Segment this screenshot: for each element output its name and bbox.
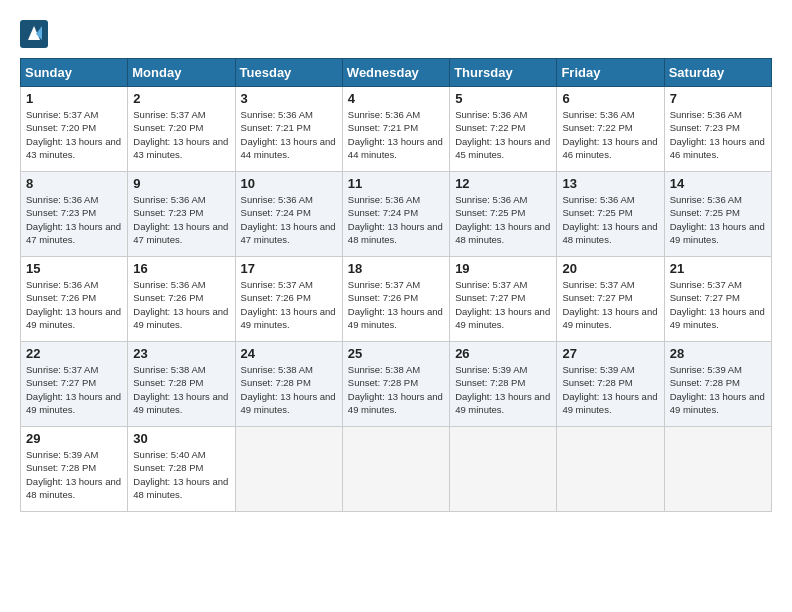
day-info: Sunrise: 5:36 AMSunset: 7:24 PMDaylight:… xyxy=(241,194,336,245)
calendar-cell: 26 Sunrise: 5:39 AMSunset: 7:28 PMDaylig… xyxy=(450,342,557,427)
day-info: Sunrise: 5:37 AMSunset: 7:27 PMDaylight:… xyxy=(562,279,657,330)
calendar-cell: 10 Sunrise: 5:36 AMSunset: 7:24 PMDaylig… xyxy=(235,172,342,257)
calendar-cell: 28 Sunrise: 5:39 AMSunset: 7:28 PMDaylig… xyxy=(664,342,771,427)
calendar-cell: 9 Sunrise: 5:36 AMSunset: 7:23 PMDayligh… xyxy=(128,172,235,257)
weekday-header-wednesday: Wednesday xyxy=(342,59,449,87)
day-info: Sunrise: 5:36 AMSunset: 7:24 PMDaylight:… xyxy=(348,194,443,245)
weekday-header-friday: Friday xyxy=(557,59,664,87)
day-info: Sunrise: 5:36 AMSunset: 7:25 PMDaylight:… xyxy=(562,194,657,245)
calendar-cell: 19 Sunrise: 5:37 AMSunset: 7:27 PMDaylig… xyxy=(450,257,557,342)
day-number: 20 xyxy=(562,261,658,276)
calendar-cell: 15 Sunrise: 5:36 AMSunset: 7:26 PMDaylig… xyxy=(21,257,128,342)
day-number: 3 xyxy=(241,91,337,106)
day-number: 12 xyxy=(455,176,551,191)
day-number: 24 xyxy=(241,346,337,361)
logo-icon xyxy=(20,20,48,48)
day-info: Sunrise: 5:39 AMSunset: 7:28 PMDaylight:… xyxy=(562,364,657,415)
day-number: 18 xyxy=(348,261,444,276)
calendar-cell: 11 Sunrise: 5:36 AMSunset: 7:24 PMDaylig… xyxy=(342,172,449,257)
calendar-week-row: 8 Sunrise: 5:36 AMSunset: 7:23 PMDayligh… xyxy=(21,172,772,257)
day-number: 28 xyxy=(670,346,766,361)
day-info: Sunrise: 5:36 AMSunset: 7:23 PMDaylight:… xyxy=(670,109,765,160)
weekday-header-monday: Monday xyxy=(128,59,235,87)
day-number: 26 xyxy=(455,346,551,361)
day-info: Sunrise: 5:36 AMSunset: 7:22 PMDaylight:… xyxy=(562,109,657,160)
calendar-week-row: 29 Sunrise: 5:39 AMSunset: 7:28 PMDaylig… xyxy=(21,427,772,512)
calendar-cell: 16 Sunrise: 5:36 AMSunset: 7:26 PMDaylig… xyxy=(128,257,235,342)
calendar-table: SundayMondayTuesdayWednesdayThursdayFrid… xyxy=(20,58,772,512)
day-number: 10 xyxy=(241,176,337,191)
calendar-cell: 18 Sunrise: 5:37 AMSunset: 7:26 PMDaylig… xyxy=(342,257,449,342)
day-number: 30 xyxy=(133,431,229,446)
weekday-header-sunday: Sunday xyxy=(21,59,128,87)
calendar-cell: 7 Sunrise: 5:36 AMSunset: 7:23 PMDayligh… xyxy=(664,87,771,172)
day-number: 2 xyxy=(133,91,229,106)
day-info: Sunrise: 5:36 AMSunset: 7:23 PMDaylight:… xyxy=(26,194,121,245)
day-info: Sunrise: 5:40 AMSunset: 7:28 PMDaylight:… xyxy=(133,449,228,500)
calendar-cell: 20 Sunrise: 5:37 AMSunset: 7:27 PMDaylig… xyxy=(557,257,664,342)
day-info: Sunrise: 5:38 AMSunset: 7:28 PMDaylight:… xyxy=(241,364,336,415)
calendar-cell: 1 Sunrise: 5:37 AMSunset: 7:20 PMDayligh… xyxy=(21,87,128,172)
day-info: Sunrise: 5:39 AMSunset: 7:28 PMDaylight:… xyxy=(670,364,765,415)
day-number: 21 xyxy=(670,261,766,276)
calendar-cell: 21 Sunrise: 5:37 AMSunset: 7:27 PMDaylig… xyxy=(664,257,771,342)
day-info: Sunrise: 5:37 AMSunset: 7:27 PMDaylight:… xyxy=(455,279,550,330)
day-number: 14 xyxy=(670,176,766,191)
day-info: Sunrise: 5:36 AMSunset: 7:22 PMDaylight:… xyxy=(455,109,550,160)
weekday-header-thursday: Thursday xyxy=(450,59,557,87)
logo xyxy=(20,20,52,48)
day-info: Sunrise: 5:37 AMSunset: 7:20 PMDaylight:… xyxy=(133,109,228,160)
day-info: Sunrise: 5:36 AMSunset: 7:21 PMDaylight:… xyxy=(348,109,443,160)
calendar-cell: 29 Sunrise: 5:39 AMSunset: 7:28 PMDaylig… xyxy=(21,427,128,512)
day-number: 4 xyxy=(348,91,444,106)
calendar-cell: 12 Sunrise: 5:36 AMSunset: 7:25 PMDaylig… xyxy=(450,172,557,257)
calendar-cell xyxy=(450,427,557,512)
day-info: Sunrise: 5:36 AMSunset: 7:26 PMDaylight:… xyxy=(26,279,121,330)
calendar-cell xyxy=(235,427,342,512)
weekday-header-tuesday: Tuesday xyxy=(235,59,342,87)
calendar-cell: 6 Sunrise: 5:36 AMSunset: 7:22 PMDayligh… xyxy=(557,87,664,172)
page-header xyxy=(20,20,772,48)
calendar-cell xyxy=(342,427,449,512)
day-number: 11 xyxy=(348,176,444,191)
day-number: 27 xyxy=(562,346,658,361)
calendar-cell: 27 Sunrise: 5:39 AMSunset: 7:28 PMDaylig… xyxy=(557,342,664,427)
calendar-cell: 23 Sunrise: 5:38 AMSunset: 7:28 PMDaylig… xyxy=(128,342,235,427)
day-info: Sunrise: 5:38 AMSunset: 7:28 PMDaylight:… xyxy=(133,364,228,415)
day-info: Sunrise: 5:36 AMSunset: 7:25 PMDaylight:… xyxy=(670,194,765,245)
calendar-cell xyxy=(664,427,771,512)
calendar-cell: 2 Sunrise: 5:37 AMSunset: 7:20 PMDayligh… xyxy=(128,87,235,172)
day-info: Sunrise: 5:36 AMSunset: 7:23 PMDaylight:… xyxy=(133,194,228,245)
day-info: Sunrise: 5:36 AMSunset: 7:25 PMDaylight:… xyxy=(455,194,550,245)
day-info: Sunrise: 5:37 AMSunset: 7:26 PMDaylight:… xyxy=(241,279,336,330)
calendar-cell: 25 Sunrise: 5:38 AMSunset: 7:28 PMDaylig… xyxy=(342,342,449,427)
day-number: 1 xyxy=(26,91,122,106)
day-info: Sunrise: 5:37 AMSunset: 7:26 PMDaylight:… xyxy=(348,279,443,330)
day-info: Sunrise: 5:39 AMSunset: 7:28 PMDaylight:… xyxy=(455,364,550,415)
calendar-cell: 14 Sunrise: 5:36 AMSunset: 7:25 PMDaylig… xyxy=(664,172,771,257)
day-number: 25 xyxy=(348,346,444,361)
calendar-week-row: 1 Sunrise: 5:37 AMSunset: 7:20 PMDayligh… xyxy=(21,87,772,172)
calendar-cell: 5 Sunrise: 5:36 AMSunset: 7:22 PMDayligh… xyxy=(450,87,557,172)
calendar-cell: 30 Sunrise: 5:40 AMSunset: 7:28 PMDaylig… xyxy=(128,427,235,512)
weekday-header-saturday: Saturday xyxy=(664,59,771,87)
day-info: Sunrise: 5:36 AMSunset: 7:21 PMDaylight:… xyxy=(241,109,336,160)
day-info: Sunrise: 5:36 AMSunset: 7:26 PMDaylight:… xyxy=(133,279,228,330)
day-info: Sunrise: 5:37 AMSunset: 7:27 PMDaylight:… xyxy=(670,279,765,330)
calendar-cell: 3 Sunrise: 5:36 AMSunset: 7:21 PMDayligh… xyxy=(235,87,342,172)
day-number: 6 xyxy=(562,91,658,106)
day-info: Sunrise: 5:37 AMSunset: 7:20 PMDaylight:… xyxy=(26,109,121,160)
day-number: 16 xyxy=(133,261,229,276)
day-number: 15 xyxy=(26,261,122,276)
calendar-cell: 24 Sunrise: 5:38 AMSunset: 7:28 PMDaylig… xyxy=(235,342,342,427)
calendar-week-row: 15 Sunrise: 5:36 AMSunset: 7:26 PMDaylig… xyxy=(21,257,772,342)
day-number: 19 xyxy=(455,261,551,276)
day-number: 9 xyxy=(133,176,229,191)
day-number: 5 xyxy=(455,91,551,106)
day-number: 17 xyxy=(241,261,337,276)
weekday-header-row: SundayMondayTuesdayWednesdayThursdayFrid… xyxy=(21,59,772,87)
day-number: 29 xyxy=(26,431,122,446)
calendar-cell: 17 Sunrise: 5:37 AMSunset: 7:26 PMDaylig… xyxy=(235,257,342,342)
day-info: Sunrise: 5:39 AMSunset: 7:28 PMDaylight:… xyxy=(26,449,121,500)
day-number: 22 xyxy=(26,346,122,361)
